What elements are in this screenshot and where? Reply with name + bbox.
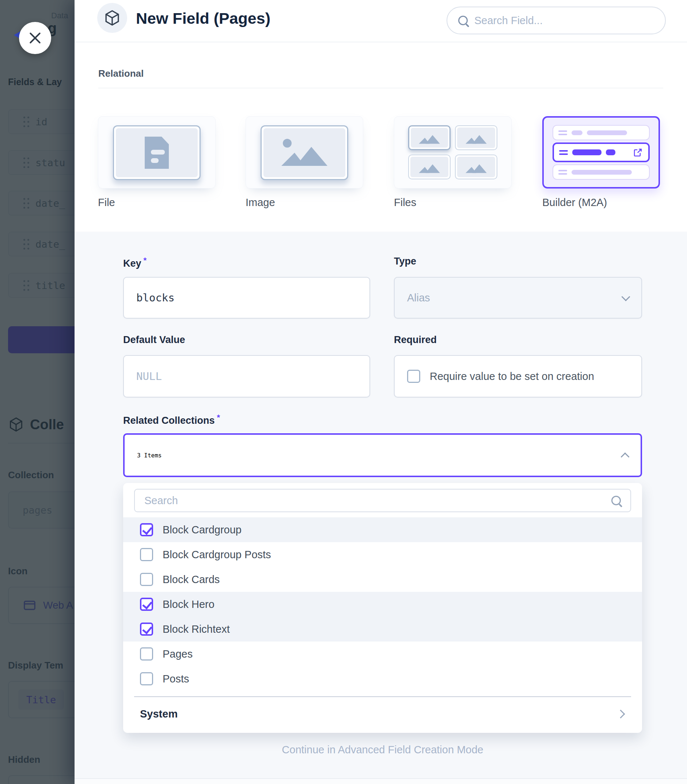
file-preview-frame [113,125,201,180]
type-card-image[interactable] [246,116,363,189]
card-label-image: Image [246,197,275,208]
builder-row [552,125,650,140]
default-value-label: Default Value [123,334,185,346]
new-field-drawer: New Field (Pages) Relational [74,0,687,784]
image-preview-frame [261,125,348,180]
divider [134,696,631,697]
field-search-input[interactable] [474,15,659,27]
relational-section-label: Relational [98,68,144,79]
image-icon [416,159,442,175]
chevron-right-icon [616,710,625,718]
default-value-input-wrap [123,355,370,397]
file-icon [145,137,169,169]
open-in-new-icon [633,147,643,157]
drawer-title: New Field (Pages) [136,10,270,28]
type-label: Type [394,256,416,267]
file-tile [455,154,497,179]
box-icon [104,9,121,27]
image-icon [463,159,489,175]
drawer-footer [74,778,687,784]
checkbox-icon[interactable] [140,523,153,536]
system-group-row[interactable]: System [123,701,642,727]
card-label-files: Files [394,197,416,208]
drag-handle-icon [559,150,568,155]
header-icon-circle [97,3,127,33]
divider [98,88,663,89]
image-icon [416,130,442,146]
option-posts[interactable]: Posts [123,666,642,691]
search-icon [611,496,621,505]
builder-row [552,164,650,180]
option-block-cardgroup-posts[interactable]: Block Cardgroup Posts [123,542,642,567]
files-preview-grid [408,125,497,179]
modal-scrim[interactable] [0,0,74,784]
option-block-richtext[interactable]: Block Richtext [123,617,642,641]
card-label-file: File [98,197,115,208]
related-collections-value: 3 Items [137,452,161,459]
option-block-cardgroup[interactable]: Block Cardgroup [123,517,642,542]
required-box: Require value to be set on creation [394,355,642,397]
chevron-down-icon [621,292,630,301]
search-icon [458,16,468,25]
builder-row-active [552,143,650,162]
dropdown-search-box[interactable] [134,489,631,512]
option-block-cards[interactable]: Block Cards [123,567,642,592]
app-window: Data Pag Fields & Lay id statu date_ dat… [0,0,687,784]
drag-handle-icon [558,130,567,135]
image-icon [463,130,489,146]
dropdown-search-input[interactable] [145,495,605,507]
image-icon [277,135,332,170]
option-pages[interactable]: Pages [123,641,642,666]
chevron-up-icon [621,452,629,461]
required-asterisk: * [144,256,147,265]
type-select[interactable]: Alias [394,277,642,318]
close-drawer-button[interactable] [19,22,51,54]
checkbox-icon[interactable] [140,647,153,661]
checkbox-icon[interactable] [140,672,153,686]
checkbox-icon[interactable] [140,573,153,586]
required-label: Required [394,334,437,346]
checkbox-icon[interactable] [140,548,153,561]
type-card-files[interactable] [394,116,511,189]
required-checkbox-label: Require value to be set on creation [430,371,594,382]
key-input-wrap [123,277,370,318]
type-card-builder-m2a[interactable] [542,116,660,189]
default-value-input[interactable] [136,370,357,382]
option-block-hero[interactable]: Block Hero [123,592,642,617]
required-checkbox[interactable] [407,370,420,383]
file-tile [455,125,497,150]
advanced-mode-link[interactable]: Continue in Advanced Field Creation Mode [123,744,642,756]
related-collections-label: Related Collections* [123,413,220,426]
type-card-file[interactable] [98,116,215,189]
related-collections-select[interactable]: 3 Items [123,433,642,477]
key-label: Key* [123,256,146,269]
card-label-builder: Builder (M2A) [542,197,607,208]
file-tile [408,154,450,179]
type-select-value: Alias [407,292,430,304]
file-tile [408,125,450,150]
system-label: System [140,708,178,720]
key-input[interactable] [136,292,357,304]
required-asterisk: * [217,413,220,422]
checkbox-icon[interactable] [140,598,153,611]
checkbox-icon[interactable] [140,623,153,636]
drag-handle-icon [558,170,567,175]
related-collections-dropdown: Block Cardgroup Block Cardgroup Posts Bl… [123,483,642,733]
field-search-box[interactable] [447,7,666,34]
drawer-header: New Field (Pages) [74,0,687,43]
